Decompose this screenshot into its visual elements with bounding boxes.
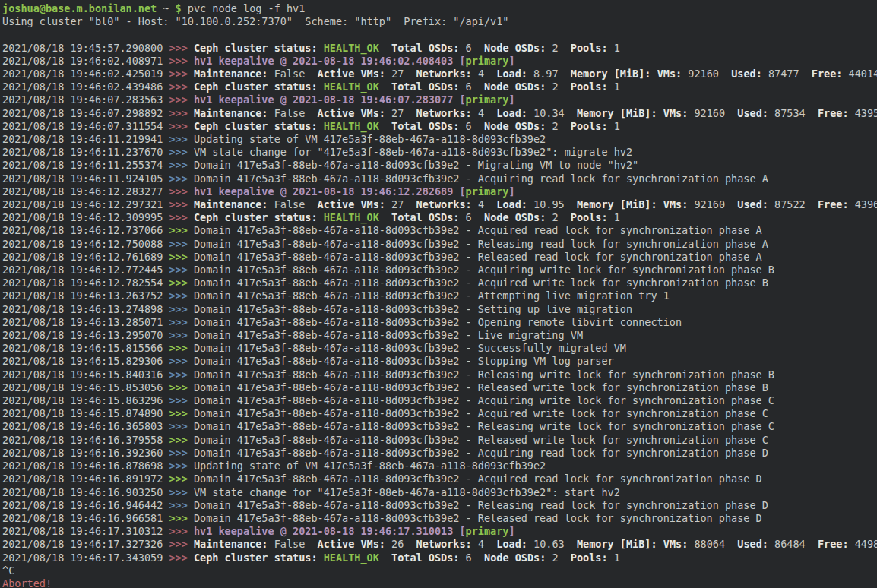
log-segment: Domain 417e5a3f-88eb-467a-a118-8d093cfb3… <box>194 303 632 315</box>
log-segment: Load: <box>496 107 527 119</box>
log-segment: 2 <box>546 552 571 564</box>
log-segment: Domain 417e5a3f-88eb-467a-a118-8d093cfb3… <box>194 329 583 341</box>
log-line: 2021/08/18 19:46:16.379558 >>> Domain 41… <box>2 434 877 447</box>
log-segment: False <box>268 107 318 119</box>
log-marker-arrows: >>> <box>169 107 194 119</box>
log-segment: Networks: <box>416 107 472 119</box>
log-segment: VMs: <box>663 538 689 550</box>
log-timestamp: 2021/08/18 19:46:15.829306 <box>2 355 169 367</box>
log-timestamp: 2021/08/18 19:46:12.309995 <box>2 211 169 223</box>
log-segment: 87534 <box>768 107 818 119</box>
log-timestamp: 2021/08/18 19:46:17.310312 <box>2 525 169 537</box>
log-segment: Ceph cluster status: <box>194 120 324 132</box>
log-timestamp: 2021/08/18 19:46:12.761689 <box>2 251 169 263</box>
log-timestamp: 2021/08/18 19:46:12.283277 <box>2 185 169 198</box>
log-segment: 1 <box>608 42 620 54</box>
log-marker-arrows: >>> <box>169 185 194 198</box>
log-segment: hv1 keepalive @ 2021-08-18 19:46:12.2826… <box>194 185 466 198</box>
terminal-window[interactable]: joshua@base.m.bonilan.net ~ $ pvc node l… <box>0 0 877 588</box>
log-segment: Ceph cluster status: <box>194 81 324 93</box>
log-timestamp: 2021/08/18 19:46:15.874890 <box>2 407 169 419</box>
log-marker-arrows: >>> <box>169 420 194 432</box>
log-segment: 2 <box>546 42 571 54</box>
log-segment: Updating state of VM 417e5a3f-88eb-467a-… <box>194 133 546 145</box>
log-timestamp: 2021/08/18 19:46:15.840316 <box>2 368 169 381</box>
log-segment: 87477 <box>762 68 812 80</box>
log-segment: Memory [MiB]: <box>571 68 651 80</box>
log-segment: Domain 417e5a3f-88eb-467a-a118-8d093cfb3… <box>194 381 768 394</box>
log-marker-arrows: >>> <box>169 538 194 550</box>
log-segment: Total OSDs: <box>391 81 459 93</box>
log-marker-arrows: >>> <box>169 329 194 341</box>
cluster-info-line: Using cluster "bl0" - Host: "10.100.0.25… <box>2 15 877 28</box>
log-timestamp: 2021/08/18 19:46:16.878698 <box>2 460 169 472</box>
log-segment: 6 <box>459 211 484 223</box>
log-segment: Networks: <box>416 538 472 550</box>
log-segment: 1 <box>608 120 620 132</box>
log-segment: Node OSDs: <box>484 120 546 132</box>
log-segment: Domain 417e5a3f-88eb-467a-a118-8d093cfb3… <box>194 172 768 185</box>
log-segment: 4 <box>472 538 497 550</box>
log-segment: VM state change for "417e5a3f-88eb-467a-… <box>194 486 620 498</box>
log-line: 2021/08/18 19:46:16.946442 >>> Domain 41… <box>2 499 877 512</box>
log-segment: primary <box>466 55 509 67</box>
log-segment: Networks: <box>416 68 472 80</box>
log-segment: Ceph cluster status: <box>194 552 324 564</box>
log-marker-arrows: >>> <box>169 499 194 511</box>
log-segment: Load: <box>496 198 527 210</box>
log-line: 2021/08/18 19:46:13.274898 >>> Domain 41… <box>2 303 877 316</box>
log-line: 2021/08/18 19:46:15.815566 >>> Domain 41… <box>2 342 877 355</box>
log-segment: primary <box>466 93 509 106</box>
log-marker-arrows: >>> <box>169 146 194 158</box>
log-segment <box>379 552 391 564</box>
log-segment: Node OSDs: <box>484 42 546 54</box>
log-segment <box>379 81 391 93</box>
blank-line <box>2 28 877 41</box>
log-marker-arrows: >>> <box>169 133 194 145</box>
log-marker-arrows: >>> <box>169 342 194 354</box>
log-segment: 10.63 <box>527 538 577 550</box>
log-segment: Domain 417e5a3f-88eb-467a-a118-8d093cfb3… <box>194 289 670 302</box>
log-segment: 10.95 <box>527 198 577 210</box>
log-timestamp: 2021/08/18 19:46:02.439486 <box>2 81 169 93</box>
log-line: 2021/08/18 19:46:12.772445 >>> Domain 41… <box>2 264 877 277</box>
log-marker-arrows: >>> <box>169 512 194 524</box>
log-marker-arrows: >>> <box>169 434 194 446</box>
log-marker-arrows: >>> <box>169 211 194 223</box>
log-segment: Domain 417e5a3f-88eb-467a-a118-8d093cfb3… <box>194 447 768 459</box>
log-segment: ] <box>509 525 515 537</box>
log-segment: 27 <box>385 68 416 80</box>
log-segment: Used: <box>737 198 768 210</box>
log-segment: primary <box>466 185 509 198</box>
log-segment: 92160 <box>688 107 737 119</box>
log-marker-arrows: >>> <box>169 251 194 263</box>
log-timestamp: 2021/08/18 19:46:12.297321 <box>2 198 169 210</box>
log-line: 2021/08/18 19:46:07.283563 >>> hv1 keepa… <box>2 93 877 106</box>
log-segment: Load: <box>496 68 527 80</box>
log-marker-arrows: >>> <box>169 407 194 419</box>
log-segment: HEALTH_OK <box>324 120 379 132</box>
log-timestamp: 2021/08/18 19:46:17.343059 <box>2 552 169 564</box>
log-segment <box>657 107 663 119</box>
log-segment: 86484 <box>768 538 818 550</box>
log-timestamp: 2021/08/18 19:46:02.408971 <box>2 55 169 67</box>
log-line: 2021/08/18 19:46:15.840316 >>> Domain 41… <box>2 368 877 381</box>
log-segment: HEALTH_OK <box>324 81 379 93</box>
log-segment: 92160 <box>682 68 731 80</box>
log-marker-arrows: >>> <box>169 289 194 302</box>
log-segment <box>379 211 391 223</box>
log-lines: 2021/08/18 19:45:57.290800 >>> Ceph clus… <box>2 42 877 564</box>
log-segment: 26 <box>385 538 416 550</box>
log-segment: primary <box>466 525 509 537</box>
log-segment: Domain 417e5a3f-88eb-467a-a118-8d093cfb3… <box>194 238 768 250</box>
log-line: 2021/08/18 19:46:12.297321 >>> Maintenan… <box>2 198 877 211</box>
log-timestamp: 2021/08/18 19:46:07.311554 <box>2 120 169 132</box>
log-line: 2021/08/18 19:46:11.237670 >>> VM state … <box>2 146 877 159</box>
log-segment: Networks: <box>416 198 472 210</box>
log-segment: Updating state of VM 417e5a3f-88eb-467a-… <box>194 460 546 472</box>
log-segment: Domain 417e5a3f-88eb-467a-a118-8d093cfb3… <box>194 394 774 406</box>
log-timestamp: 2021/08/18 19:45:57.290800 <box>2 42 169 54</box>
log-marker-arrows: >>> <box>169 473 194 485</box>
log-timestamp: 2021/08/18 19:46:16.966581 <box>2 512 169 524</box>
log-segment: Ceph cluster status: <box>194 42 324 54</box>
